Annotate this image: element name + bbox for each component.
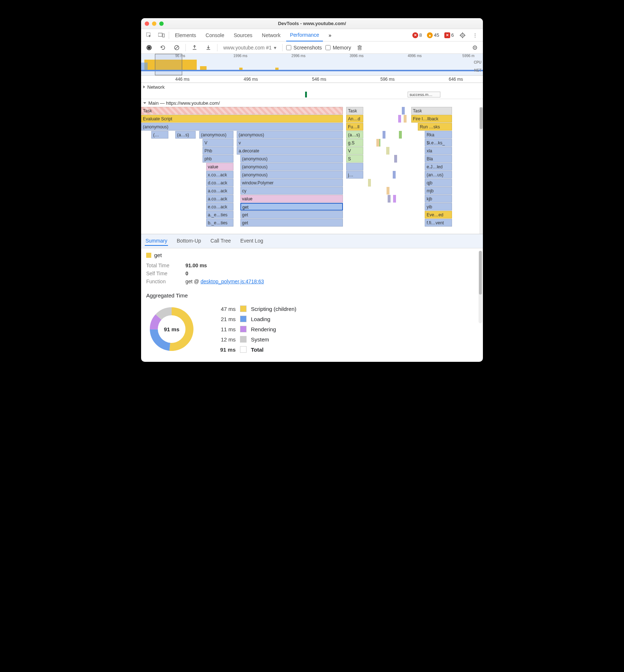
errors-badge[interactable]: ✕8 bbox=[411, 32, 423, 38]
flame-entry[interactable]: value bbox=[240, 195, 343, 203]
flame-entry[interactable] bbox=[368, 179, 371, 187]
time-ruler[interactable]: 446 ms 496 ms 546 ms 596 ms 646 ms bbox=[141, 76, 483, 83]
network-track-header[interactable]: Network bbox=[141, 83, 483, 91]
tab-network[interactable]: Network bbox=[258, 29, 284, 41]
summary-scrollbar[interactable] bbox=[479, 251, 482, 323]
clear-button[interactable] bbox=[172, 43, 182, 53]
flame-entry[interactable]: d.co…ack bbox=[206, 179, 233, 187]
flame-entry[interactable]: (anonymous) bbox=[199, 131, 233, 139]
flame-entry[interactable]: V bbox=[346, 147, 363, 155]
flame-entry[interactable]: v bbox=[237, 139, 343, 147]
flame-entry[interactable]: Rka bbox=[425, 131, 452, 139]
flame-entry[interactable]: a.decorate bbox=[237, 147, 343, 155]
flame-entry[interactable] bbox=[346, 163, 363, 171]
flame-entry[interactable]: mjb bbox=[425, 187, 452, 195]
record-button[interactable] bbox=[144, 43, 154, 53]
flame-entry[interactable]: a.co…ack bbox=[206, 187, 233, 195]
flame-entry[interactable] bbox=[398, 115, 401, 123]
flame-entry[interactable] bbox=[402, 107, 405, 115]
flame-entry[interactable]: Task bbox=[346, 107, 363, 115]
flame-entry[interactable]: S bbox=[346, 155, 363, 163]
flame-entry[interactable] bbox=[388, 195, 391, 203]
flame-entry[interactable]: $i.e…ks_ bbox=[425, 139, 452, 147]
overview-timeline[interactable]: 96 ms 1996 ms 2996 ms 3996 ms 4996 ms 59… bbox=[141, 54, 483, 76]
gc-icon[interactable] bbox=[355, 43, 365, 53]
flame-entry[interactable] bbox=[393, 195, 396, 203]
flame-entry[interactable] bbox=[387, 187, 389, 195]
download-icon[interactable] bbox=[203, 43, 213, 53]
blocked-badge[interactable]: ✕6 bbox=[443, 32, 455, 38]
flame-entry[interactable]: cy bbox=[240, 187, 343, 195]
flame-entry[interactable]: xla bbox=[425, 147, 452, 155]
flame-entry[interactable]: (anonymous) bbox=[237, 131, 343, 139]
device-icon[interactable] bbox=[156, 30, 167, 40]
flame-entry[interactable]: V bbox=[203, 139, 233, 147]
tabs-overflow-icon[interactable]: » bbox=[325, 29, 335, 41]
tab-console[interactable]: Console bbox=[202, 29, 228, 41]
flame-entry[interactable]: b._e…ties bbox=[206, 219, 233, 227]
flame-entry[interactable]: Fire I…llback bbox=[411, 115, 452, 123]
function-source-link[interactable]: desktop_polymer.js:4718:63 bbox=[200, 279, 264, 284]
flame-entry[interactable]: Evaluate Script bbox=[141, 115, 343, 123]
flame-entry[interactable]: (anonymous) bbox=[141, 123, 343, 131]
flame-entry[interactable] bbox=[393, 171, 396, 179]
flame-entry[interactable]: yib bbox=[425, 203, 452, 211]
flame-entry[interactable] bbox=[386, 147, 389, 155]
flame-entry[interactable] bbox=[394, 155, 397, 163]
flame-entry[interactable]: a._e…ties bbox=[206, 211, 233, 219]
inspect-icon[interactable] bbox=[144, 30, 154, 40]
target-select[interactable]: www.youtube.com #1 ▾ bbox=[221, 45, 279, 51]
flame-entry[interactable]: Task bbox=[141, 107, 343, 115]
flame-entry[interactable]: (an…us) bbox=[425, 171, 452, 179]
flame-entry[interactable]: Phb bbox=[203, 147, 233, 155]
warnings-badge[interactable]: ▲45 bbox=[425, 32, 440, 38]
flame-entry[interactable]: get bbox=[240, 211, 343, 219]
tab-event-log[interactable]: Event Log bbox=[240, 236, 264, 246]
tab-call-tree[interactable]: Call Tree bbox=[210, 236, 232, 246]
tab-bottom-up[interactable]: Bottom-Up bbox=[176, 236, 202, 246]
capture-settings-icon[interactable] bbox=[470, 43, 480, 53]
flame-entry[interactable]: j… bbox=[346, 171, 363, 179]
flame-entry[interactable]: (anonymous) bbox=[240, 155, 343, 163]
flame-entry[interactable] bbox=[376, 139, 379, 147]
flame-entry[interactable]: Eve…ed bbox=[425, 211, 452, 219]
tab-sources[interactable]: Sources bbox=[230, 29, 256, 41]
flame-entry[interactable] bbox=[399, 131, 402, 139]
settings-icon[interactable] bbox=[457, 30, 468, 40]
flame-entry[interactable]: Run …sks bbox=[418, 123, 452, 131]
flame-entry[interactable]: get bbox=[240, 219, 343, 227]
flame-entry[interactable]: e.co…ack bbox=[206, 203, 233, 211]
flame-entry[interactable]: (anonymous) bbox=[240, 171, 343, 179]
flame-entry[interactable]: Fu…ll bbox=[346, 123, 363, 131]
flame-entry[interactable]: An…d bbox=[346, 115, 363, 123]
flame-entry[interactable]: (… bbox=[151, 131, 168, 139]
tab-elements[interactable]: Elements bbox=[171, 29, 200, 41]
tab-summary[interactable]: Summary bbox=[145, 236, 168, 246]
flame-entry[interactable] bbox=[404, 115, 407, 123]
flame-entry[interactable]: f.fi…vent bbox=[425, 219, 452, 227]
flame-entry[interactable]: (a…s) bbox=[175, 131, 196, 139]
flame-entry[interactable]: get bbox=[240, 203, 343, 211]
network-request-item[interactable]: success.m… bbox=[408, 92, 440, 97]
flame-entry[interactable]: window.Polymer bbox=[240, 179, 343, 187]
flame-entry[interactable]: e.J…led bbox=[425, 163, 452, 171]
flame-entry[interactable]: x.co…ack bbox=[206, 171, 233, 179]
flame-entry[interactable]: a.co…ack bbox=[206, 195, 233, 203]
flame-entry[interactable]: g.S bbox=[346, 139, 363, 147]
reload-button[interactable] bbox=[158, 43, 168, 53]
network-request-marker[interactable] bbox=[305, 92, 307, 97]
flame-entry[interactable]: Bla bbox=[425, 155, 452, 163]
flame-entry[interactable] bbox=[383, 131, 385, 139]
flame-entry[interactable]: Task bbox=[411, 107, 452, 115]
upload-icon[interactable] bbox=[189, 43, 200, 53]
more-icon[interactable]: ⋮ bbox=[470, 30, 480, 40]
network-track[interactable]: success.m… bbox=[141, 91, 483, 99]
flame-entry[interactable]: qjb bbox=[425, 179, 452, 187]
overview-viewport[interactable] bbox=[155, 54, 182, 75]
flame-entry[interactable]: phb bbox=[203, 155, 233, 163]
screenshots-checkbox[interactable]: Screenshots bbox=[286, 45, 322, 51]
memory-checkbox[interactable]: Memory bbox=[325, 45, 351, 51]
flame-chart[interactable]: TaskEvaluate Script(anonymous)(…(a…s)(an… bbox=[141, 107, 483, 234]
flame-entry[interactable]: kjb bbox=[425, 195, 452, 203]
flame-scrollbar[interactable] bbox=[479, 107, 483, 234]
